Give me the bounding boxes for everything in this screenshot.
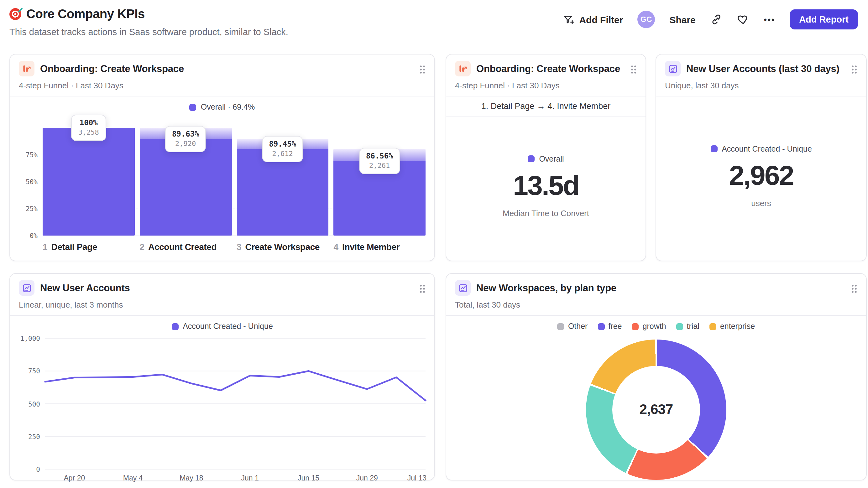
funnel-tooltip-count: 2,261 (366, 161, 393, 169)
x-axis-tick: Jul 13 (407, 474, 427, 482)
favorite-button[interactable] (737, 13, 749, 26)
board-title-row: Core Company KPIs (9, 7, 288, 21)
x-axis-line (42, 235, 426, 236)
target-emoji-icon (9, 8, 21, 20)
funnel-tooltip-pct: 86.56% (366, 151, 393, 160)
funnel-tooltip-pct: 100% (78, 119, 99, 127)
drag-handle-icon[interactable] (630, 64, 637, 74)
report-title[interactable]: New User Accounts (40, 282, 414, 293)
funnel-tooltip: 86.56%2,261 (359, 148, 400, 174)
share-button[interactable]: Share (669, 14, 695, 25)
donut-legend: Otherfreegrowthtrialenterprise (446, 322, 866, 331)
funnel-step-label: 1Detail Page (42, 242, 140, 252)
legend-swatch (557, 323, 564, 330)
funnel-tooltip: 89.63%2,920 (165, 126, 206, 152)
legend-item-overall[interactable]: Overall (528, 155, 564, 163)
line-chart: 1,0007505002500Apr 20May 4May 18Jun 1Jun… (19, 338, 426, 469)
drag-handle-icon[interactable] (851, 64, 857, 74)
legend-item-overall[interactable]: Overall · 69.4% (10, 103, 434, 111)
divider (446, 315, 866, 316)
line-chart-icon (455, 280, 471, 296)
line-series[interactable] (45, 371, 426, 401)
y-axis-tick: 500 (19, 400, 40, 408)
y-axis-tick: 25% (19, 205, 38, 213)
drag-handle-icon[interactable] (419, 64, 426, 74)
report-subtitle: Linear, unique, last 3 months (10, 300, 434, 310)
board-header-actions: Add Filter GC Share (563, 9, 858, 29)
card-new-user-accounts-30d: New User Accounts (last 30 days) Unique,… (655, 54, 867, 261)
funnel-step-label: 3Create Workspace (237, 242, 334, 252)
avatar-initials: GC (641, 15, 652, 24)
legend-label: Account Created - Unique (183, 322, 273, 331)
card-new-workspaces-by-plan: New Workspaces, by plan type Total, last… (445, 273, 867, 481)
funnel-chart-icon (455, 61, 471, 76)
legend-item-account-created[interactable]: Account Created - Unique (710, 145, 812, 154)
link-icon (710, 13, 722, 26)
legend-swatch (528, 156, 535, 163)
metric-block: Overall 13.5d Median Time to Convert (446, 112, 646, 261)
divider (10, 96, 434, 96)
donut-wrap: 2,637 (446, 339, 866, 480)
legend-label: Overall · 69.4% (201, 103, 255, 111)
legend-item-other[interactable]: Other (557, 322, 588, 331)
report-title[interactable]: Onboarding: Create Workspace (476, 63, 625, 74)
report-subtitle: Total, last 30 days (446, 300, 866, 310)
report-title[interactable]: Onboarding: Create Workspace (40, 63, 414, 74)
funnel-step-number: 3 (237, 242, 242, 252)
funnel-tooltip-count: 2,612 (269, 150, 296, 158)
card-head: Onboarding: Create Workspace (10, 55, 434, 76)
heart-icon (737, 13, 749, 26)
legend-item-growth[interactable]: growth (632, 322, 666, 331)
card-new-user-accounts-trend: New User Accounts Linear, unique, last 3… (9, 273, 435, 481)
card-head: New User Accounts (last 30 days) (656, 55, 866, 76)
report-title[interactable]: New User Accounts (last 30 days) (686, 63, 845, 74)
funnel-chart-icon (19, 61, 34, 76)
line-chart-svg[interactable] (45, 338, 426, 469)
funnel-step-label: 2Account Created (140, 242, 237, 252)
line-chart-icon (665, 61, 681, 76)
funnel-bar[interactable] (42, 128, 135, 235)
x-axis-tick: Jun 15 (298, 474, 319, 482)
legend-item-account-created[interactable]: Account Created - Unique (10, 322, 434, 331)
donut-chart[interactable]: 2,637 (586, 339, 726, 480)
drag-handle-icon[interactable] (851, 284, 857, 293)
add-report-label: Add Report (799, 14, 848, 25)
copy-link-button[interactable] (710, 13, 722, 26)
y-axis-tick: 1,000 (19, 334, 40, 342)
legend-swatch (676, 323, 683, 330)
legend-item-free[interactable]: free (597, 322, 622, 331)
more-options-button[interactable]: ••• (764, 15, 775, 24)
drag-handle-icon[interactable] (419, 284, 426, 293)
add-filter-label: Add Filter (579, 14, 623, 25)
funnel-bar-fill (140, 139, 232, 235)
legend-label: trial (687, 322, 700, 331)
legend-item-trial[interactable]: trial (676, 322, 700, 331)
funnel-tooltip-count: 3,258 (78, 128, 99, 136)
report-subtitle: 4-step Funnel · Last 30 Days (10, 81, 434, 90)
funnel-tooltip-pct: 89.63% (172, 130, 199, 138)
dashboard-page: Core Company KPIs This dataset tracks ac… (0, 0, 868, 488)
funnel-step-number: 1 (42, 242, 48, 252)
funnel-tooltip-count: 2,920 (172, 140, 199, 148)
funnel-step-name: Invite Member (342, 242, 400, 252)
y-axis-tick: 0% (19, 232, 38, 239)
add-report-button[interactable]: Add Report (790, 9, 858, 29)
y-axis-tick: 250 (19, 433, 40, 441)
avatar[interactable]: GC (638, 11, 655, 28)
add-filter-button[interactable]: Add Filter (563, 13, 623, 25)
line-chart-icon (19, 280, 34, 296)
legend-swatch (709, 323, 716, 330)
legend-label: enterprise (720, 322, 755, 331)
legend-label: Overall (539, 155, 564, 163)
card-head: Onboarding: Create Workspace (446, 55, 646, 76)
metric-caption: Median Time to Convert (503, 208, 589, 218)
legend-label: growth (643, 322, 666, 331)
legend-item-enterprise[interactable]: enterprise (709, 322, 755, 331)
legend-swatch (190, 104, 196, 110)
page-title: Core Company KPIs (26, 7, 145, 21)
funnel-tooltip: 89.45%2,612 (262, 136, 303, 162)
share-label: Share (669, 14, 695, 25)
card-median-time-to-convert: Onboarding: Create Workspace 4-step Funn… (445, 54, 646, 261)
report-title[interactable]: New Workspaces, by plan type (476, 282, 845, 293)
card-head: New User Accounts (10, 274, 434, 296)
